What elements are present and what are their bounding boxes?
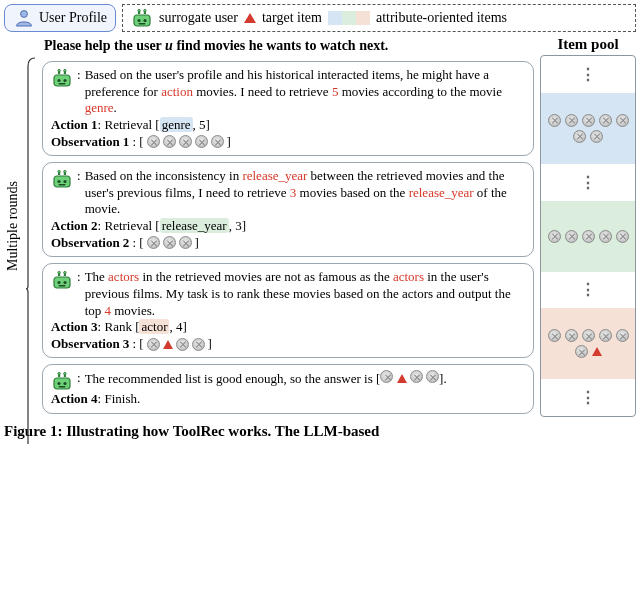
movie-token: [195, 135, 208, 148]
bubble-2-action: Action 2: Retrieval [release_year, 3]: [51, 218, 525, 235]
movie-token: [147, 236, 160, 249]
conversation-column: Please help the user u find movies he wa…: [40, 36, 534, 417]
prompt-suffix: find movies he wants to watch next.: [173, 38, 388, 53]
legend-surrogate-label: surrogate user: [159, 10, 238, 26]
user-profile-badge: User Profile: [4, 4, 116, 32]
bubble-2-observation: Observation 2: [ ]: [51, 235, 525, 252]
swatch-orange: [356, 11, 370, 25]
triangle-icon: [163, 340, 173, 349]
bubble-1-observation: Observation 1: [ ]: [51, 134, 525, 151]
main-row: Multiple rounds Please help the user u f…: [4, 36, 636, 417]
prompt-prefix: Please help the user: [44, 38, 165, 53]
pool-genre-segment: [541, 93, 635, 164]
pool-actor-segment: [541, 308, 635, 379]
pool-dots: ⋮: [541, 56, 635, 93]
legend-target-label: target item: [262, 10, 322, 26]
bubble-4-text: The recommended list is good enough, so …: [85, 370, 525, 388]
pool-dots: ⋮: [541, 379, 635, 416]
movie-token: [147, 135, 160, 148]
movie-token: [192, 338, 205, 351]
robot-icon: [51, 169, 73, 189]
swatch-green: [342, 11, 356, 25]
legend-box: surrogate user target item attribute-ori…: [122, 4, 636, 32]
movie-token: [147, 338, 160, 351]
triangle-icon: [244, 13, 256, 23]
prompt-user-var: u: [165, 38, 173, 53]
movie-token: [163, 135, 176, 148]
user-profile-label: User Profile: [39, 10, 107, 26]
bracket-col: [26, 36, 36, 417]
legend-swatches: [328, 11, 370, 25]
bubble-2: : Based on the inconsistency in release_…: [42, 162, 534, 257]
robot-icon: [131, 8, 153, 28]
bubble-4: : The recommended list is good enough, s…: [42, 364, 534, 414]
bubble-3-action: Action 3: Rank [actor, 4]: [51, 319, 525, 336]
bracket-icon: [26, 36, 36, 444]
bubble-3-observation: Observation 3: [ ]: [51, 336, 525, 353]
bubble-3-text: The actors in the retrieved movies are n…: [85, 269, 525, 319]
figure-caption: Figure 1: Illustrating how ToolRec works…: [4, 423, 636, 440]
movie-token: [179, 236, 192, 249]
rounds-label: Multiple rounds: [4, 36, 22, 417]
person-icon: [13, 8, 33, 28]
movie-token: [179, 135, 192, 148]
movie-token: [176, 338, 189, 351]
item-pool-header: Item pool: [540, 36, 636, 53]
item-pool-box: ⋮ ⋮ ⋮ ⋮: [540, 55, 636, 417]
robot-icon: [51, 68, 73, 88]
top-legend-row: User Profile surrogate user target item …: [4, 4, 636, 32]
legend-attr-label: attribute-oriented items: [376, 10, 507, 26]
item-pool-column: Item pool ⋮ ⋮ ⋮: [540, 36, 636, 417]
bubble-1-text: Based on the user's profile and his hist…: [85, 67, 525, 117]
swatch-blue: [328, 11, 342, 25]
bubble-1: : Based on the user's profile and his hi…: [42, 61, 534, 156]
pool-year-segment: [541, 201, 635, 272]
bubble-4-action: Action 4: Finish.: [51, 391, 525, 408]
robot-icon: [51, 371, 73, 391]
pool-dots: ⋮: [541, 164, 635, 201]
prompt-line: Please help the user u find movies he wa…: [44, 38, 534, 54]
movie-token: [163, 236, 176, 249]
bubble-2-text: Based on the inconsistency in release_ye…: [85, 168, 525, 218]
movie-token: [211, 135, 224, 148]
robot-icon: [51, 270, 73, 290]
bubble-1-action: Action 1: Retrieval [genre, 5]: [51, 117, 525, 134]
bubble-3: : The actors in the retrieved movies are…: [42, 263, 534, 358]
pool-dots: ⋮: [541, 272, 635, 309]
